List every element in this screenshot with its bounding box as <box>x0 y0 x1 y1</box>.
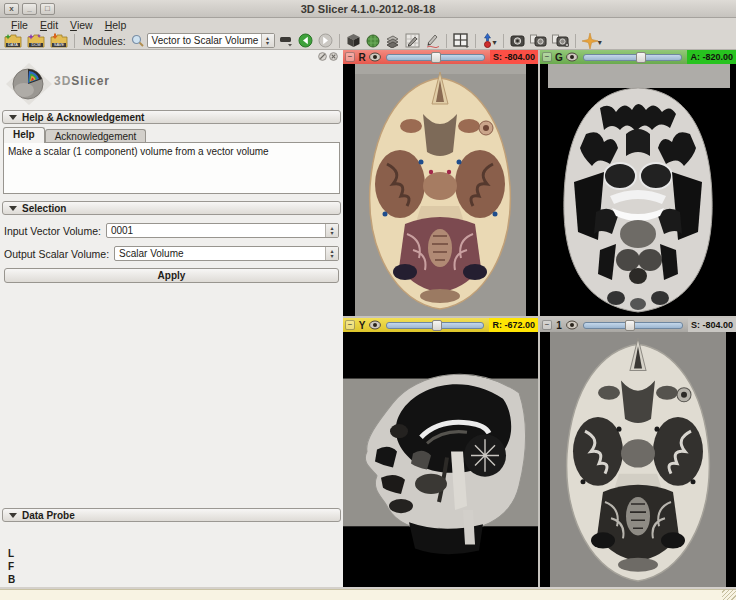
yellow-collapse-button[interactable] <box>345 320 355 330</box>
gray-collapse-button[interactable] <box>542 320 552 330</box>
input-volume-arrows-icon[interactable] <box>325 224 338 237</box>
main-area: 3DSlicer Help & Acknowledgement Help Ack… <box>0 50 736 587</box>
coronal-grayscale-image <box>540 64 736 316</box>
toolbar-separator <box>475 34 476 48</box>
layout-button[interactable] <box>452 32 470 49</box>
green-slice-offset-slider[interactable] <box>583 54 682 61</box>
sagittal-grayscale-image <box>343 332 538 587</box>
yellow-view-label: Y <box>358 320 366 331</box>
scene-capture-icon <box>530 34 547 47</box>
screenshot-button[interactable] <box>509 32 526 49</box>
green-slice-controller: G A: -820.00 <box>540 50 736 64</box>
layers-icon <box>385 34 400 48</box>
yellow-slider-handle[interactable] <box>432 320 442 331</box>
module-history-button[interactable] <box>278 32 294 49</box>
sphere-icon <box>366 34 380 48</box>
yellow-slice-offset-slider[interactable] <box>386 322 484 329</box>
green-slider-handle[interactable] <box>636 52 646 63</box>
green-slice-view: G A: -820.00 <box>540 50 736 316</box>
scene-views-button[interactable] <box>365 32 381 49</box>
green-visibility-eye-icon[interactable] <box>566 52 578 62</box>
svg-text:DCM: DCM <box>31 42 40 47</box>
gray-visibility-eye-icon[interactable] <box>566 320 578 330</box>
app-window: x _ □ 3D Slicer 4.1.0-2012-08-18 File Ed… <box>0 0 736 600</box>
gray-slice-offset-slider[interactable] <box>583 322 683 329</box>
toolbar-separator <box>339 34 340 48</box>
layout-icon <box>453 33 469 48</box>
red-slice-image[interactable] <box>343 64 538 316</box>
load-data-button[interactable]: DATA <box>3 32 23 49</box>
red-slice-view: R S: -804.00 <box>343 50 538 316</box>
red-slice-controller: R S: -804.00 <box>343 50 538 64</box>
module-header: 3DSlicer <box>0 50 343 104</box>
output-volume-selector[interactable]: Scalar Volume <box>114 246 339 261</box>
green-view-label: G <box>555 52 563 63</box>
capture-options-button[interactable] <box>551 32 570 49</box>
resize-grip[interactable] <box>722 589 736 600</box>
menu-edit[interactable]: Edit <box>34 19 64 31</box>
red-slice-offset-readout: S: -804.00 <box>490 50 538 64</box>
dicom-icon: DCM <box>27 33 45 49</box>
capture-gear-icon <box>552 34 569 47</box>
red-visibility-eye-icon[interactable] <box>369 52 381 62</box>
probe-layer-F: F <box>8 561 343 574</box>
output-volume-arrows-icon[interactable] <box>325 247 338 260</box>
selection-section-header[interactable]: Selection <box>2 201 341 215</box>
gray-slider-handle[interactable] <box>625 320 635 331</box>
panel-spacer <box>0 283 343 502</box>
module-panel: 3DSlicer Help & Acknowledgement Help Ack… <box>0 50 343 587</box>
svg-text:DATA: DATA <box>8 42 18 47</box>
green-slice-offset-readout: A: -820.00 <box>687 50 736 64</box>
module-back-button[interactable] <box>297 32 314 49</box>
red-collapse-button[interactable] <box>345 52 355 62</box>
tab-acknowledgement[interactable]: Acknowledgement <box>45 129 147 143</box>
input-volume-value: 0001 <box>107 225 325 236</box>
yellow-slice-image[interactable] <box>343 332 538 587</box>
toolbar-separator <box>575 34 576 48</box>
layers-button[interactable] <box>384 32 401 49</box>
input-volume-selector[interactable]: 0001 <box>106 223 339 238</box>
help-acknowledgement-section-header[interactable]: Help & Acknowledgement <box>2 110 341 124</box>
module-forward-button[interactable] <box>317 32 334 49</box>
save-button[interactable]: SAVE <box>49 32 69 49</box>
menu-help[interactable]: Help <box>99 19 133 31</box>
red-slice-offset-slider[interactable] <box>386 54 485 61</box>
axial-cryosection-image <box>343 64 538 316</box>
apply-button[interactable]: Apply <box>4 268 339 283</box>
green-collapse-button[interactable] <box>542 52 552 62</box>
menu-file[interactable]: File <box>5 19 34 31</box>
data-probe-section-header[interactable]: Data Probe <box>2 508 341 522</box>
panel-close-icon[interactable] <box>329 52 338 61</box>
module-selector[interactable]: Vector to Scalar Volume <box>147 33 275 48</box>
status-bar <box>0 589 736 600</box>
slicer-logo-text: 3DSlicer <box>54 74 110 88</box>
gray-slice-offset-readout: S: -804.00 <box>688 318 736 332</box>
load-data-icon: DATA <box>4 33 22 49</box>
window-title: 3D Slicer 4.1.0-2012-08-18 <box>0 3 736 15</box>
extensions-wizard-button[interactable] <box>581 32 603 49</box>
module-history-icon <box>279 35 293 47</box>
modules-search-icon[interactable] <box>131 34 144 47</box>
menu-view[interactable]: View <box>64 19 99 31</box>
green-slice-image[interactable] <box>540 64 736 316</box>
gray-slice-image[interactable] <box>540 332 736 587</box>
dicom-button[interactable]: DCM <box>26 32 46 49</box>
sparkle-icon <box>582 33 598 49</box>
module-forward-icon <box>318 33 333 48</box>
scene-capture-button[interactable] <box>529 32 548 49</box>
title-bar[interactable]: x _ □ 3D Slicer 4.1.0-2012-08-18 <box>0 0 736 18</box>
collapse-triangle-icon <box>9 513 17 518</box>
input-volume-label: Input Vector Volume: <box>4 225 101 237</box>
panel-undock-icon[interactable] <box>318 52 327 61</box>
svg-text:SAVE: SAVE <box>54 42 65 47</box>
extensions-button[interactable] <box>345 32 362 49</box>
yellow-visibility-eye-icon[interactable] <box>369 320 381 330</box>
annotation-pen-button[interactable] <box>424 32 441 49</box>
tab-help[interactable]: Help <box>3 127 45 143</box>
mouse-mode-button[interactable] <box>481 32 498 49</box>
editor-button[interactable] <box>404 32 421 49</box>
red-slider-handle[interactable] <box>431 52 441 63</box>
screenshot-icon <box>510 34 525 47</box>
module-selector-arrows-icon[interactable] <box>261 34 274 47</box>
mouse-mode-caret-icon <box>493 33 497 48</box>
